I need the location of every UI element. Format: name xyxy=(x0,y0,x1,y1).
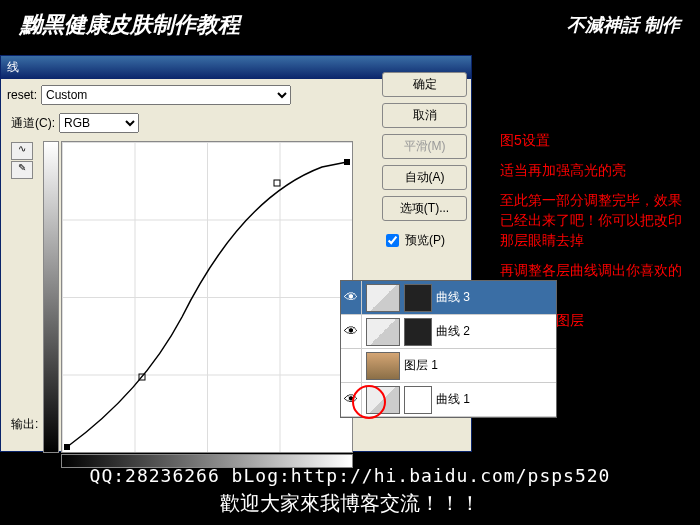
channel-label: 通道(C): xyxy=(11,115,55,132)
layer-name: 曲线 1 xyxy=(436,391,470,408)
layer-row[interactable]: 👁 曲线 2 xyxy=(341,315,556,349)
layer-mask-icon xyxy=(404,318,432,346)
options-button[interactable]: 选项(T)... xyxy=(382,196,467,221)
tip-line: 适当再加强高光的亮 xyxy=(500,160,690,180)
contact-info: QQ:28236266 bLog:http://hi.baidu.com/psp… xyxy=(8,465,692,486)
preview-checkbox[interactable]: 预览(P) xyxy=(382,231,467,250)
output-label: 输出: xyxy=(11,416,38,433)
visibility-icon[interactable]: 👁 xyxy=(341,281,362,314)
preset-select[interactable]: Custom xyxy=(41,85,291,105)
tip-line: 至此第一部分调整完毕，效果已经出来了吧！你可以把改印那层眼睛去掉 xyxy=(500,190,690,250)
layer-name: 曲线 3 xyxy=(436,289,470,306)
visibility-icon[interactable]: 👁 xyxy=(341,315,362,348)
svg-rect-0 xyxy=(64,444,70,450)
output-gradient xyxy=(43,141,59,453)
layer-mask-icon xyxy=(404,386,432,414)
auto-button[interactable]: 自动(A) xyxy=(382,165,467,190)
visibility-icon[interactable] xyxy=(341,349,362,382)
layer-row[interactable]: 👁 曲线 3 xyxy=(341,281,556,315)
footer: QQ:28236266 bLog:http://hi.baidu.com/psp… xyxy=(0,457,700,525)
tip-line: 图5设置 xyxy=(500,130,690,150)
cancel-button[interactable]: 取消 xyxy=(382,103,467,128)
layer-thumb-icon xyxy=(366,284,400,312)
svg-rect-3 xyxy=(344,159,350,165)
smooth-button: 平滑(M) xyxy=(382,134,467,159)
layer-name: 曲线 2 xyxy=(436,323,470,340)
svg-rect-2 xyxy=(274,180,280,186)
curve-tool-icon[interactable]: ∿ xyxy=(11,142,33,160)
pencil-tool-icon[interactable]: ✎ xyxy=(11,161,33,179)
curve-graph[interactable] xyxy=(61,141,353,453)
preset-label: reset: xyxy=(7,88,37,102)
ok-button[interactable]: 确定 xyxy=(382,72,467,97)
tutorial-title: 黝黑健康皮肤制作教程 xyxy=(20,10,240,40)
highlight-circle-icon xyxy=(352,385,386,419)
layer-name: 图层 1 xyxy=(404,357,438,374)
brand-logo: 不減神話 制作 xyxy=(567,13,680,37)
welcome-text: 歡迎大家來我博客交流！！！ xyxy=(8,490,692,517)
preview-label: 预览(P) xyxy=(405,232,445,249)
preview-check-input[interactable] xyxy=(386,234,399,247)
layer-row[interactable]: 图层 1 xyxy=(341,349,556,383)
channel-select[interactable]: RGB xyxy=(59,113,139,133)
layer-thumb-icon xyxy=(366,352,400,380)
curve-line[interactable] xyxy=(62,142,352,452)
layer-mask-icon xyxy=(404,284,432,312)
layer-thumb-icon xyxy=(366,318,400,346)
